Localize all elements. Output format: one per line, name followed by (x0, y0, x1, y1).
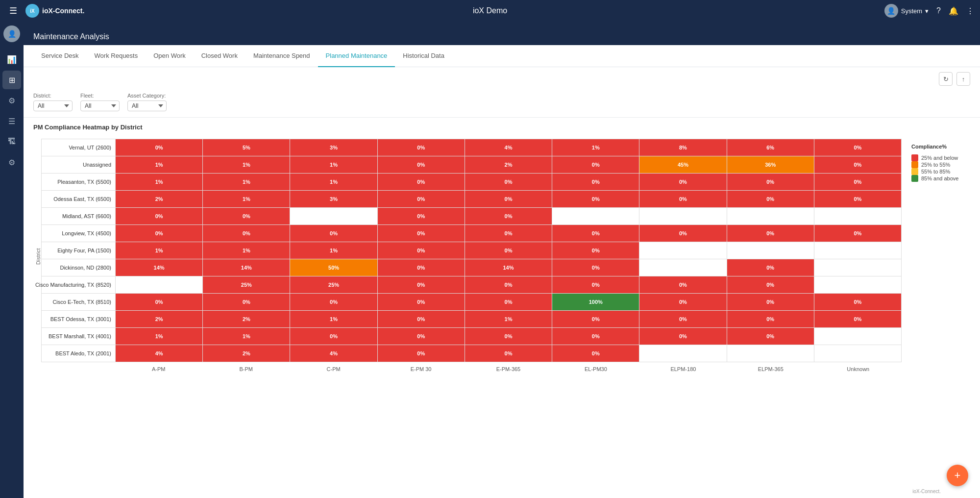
heatmap-cell[interactable]: 0% (465, 276, 552, 293)
heatmap-cell[interactable]: 4% (116, 345, 202, 362)
heatmap-cell[interactable] (727, 345, 814, 362)
heatmap-cell[interactable]: 0% (639, 328, 726, 345)
heatmap-cell[interactable]: 36% (727, 156, 814, 173)
heatmap-cell[interactable]: 0% (814, 139, 901, 156)
heatmap-cell[interactable] (814, 328, 901, 345)
heatmap-cell[interactable]: 1% (116, 328, 202, 345)
heatmap-cell[interactable] (814, 276, 901, 293)
heatmap-cell[interactable]: 14% (465, 259, 552, 276)
sidebar-item-assets[interactable]: 🏗 (2, 132, 21, 151)
heatmap-cell[interactable]: 0% (378, 139, 465, 156)
sidebar-item-grid[interactable]: ⊞ (2, 71, 21, 89)
heatmap-cell[interactable]: 5% (203, 139, 290, 156)
heatmap-cell[interactable]: 0% (639, 225, 726, 242)
asset-category-select[interactable]: All (127, 100, 167, 111)
heatmap-cell[interactable]: 0% (290, 294, 377, 310)
heatmap-cell[interactable]: 0% (814, 294, 901, 310)
export-button[interactable]: ↑ (956, 72, 970, 86)
fleet-select[interactable]: All (80, 100, 120, 111)
heatmap-cell[interactable] (814, 345, 901, 362)
heatmap-cell[interactable]: 0% (727, 294, 814, 310)
heatmap-cell[interactable]: 0% (203, 208, 290, 224)
heatmap-cell[interactable]: 0% (203, 294, 290, 310)
heatmap-cell[interactable]: 1% (465, 311, 552, 327)
heatmap-cell[interactable]: 0% (639, 276, 726, 293)
heatmap-cell[interactable]: 0% (378, 225, 465, 242)
heatmap-cell[interactable]: 0% (727, 276, 814, 293)
heatmap-cell[interactable]: 0% (290, 225, 377, 242)
heatmap-cell[interactable]: 0% (116, 225, 202, 242)
district-select[interactable]: All (33, 100, 73, 111)
heatmap-cell[interactable]: 0% (552, 328, 639, 345)
heatmap-cell[interactable]: 0% (378, 242, 465, 259)
heatmap-cell[interactable]: 0% (465, 208, 552, 224)
tab-open-work[interactable]: Open Work (146, 45, 194, 67)
heatmap-cell[interactable]: 2% (116, 191, 202, 207)
heatmap-cell[interactable]: 0% (814, 174, 901, 190)
heatmap-cell[interactable]: 1% (552, 139, 639, 156)
heatmap-cell[interactable]: 8% (639, 139, 726, 156)
heatmap-cell[interactable] (290, 208, 377, 224)
heatmap-cell[interactable]: 0% (378, 174, 465, 190)
heatmap-cell[interactable] (639, 242, 726, 259)
heatmap-cell[interactable] (552, 208, 639, 224)
tab-planned-maintenance[interactable]: Planned Maintenance (318, 45, 395, 67)
more-options-icon[interactable]: ⋮ (966, 6, 974, 16)
refresh-button[interactable]: ↻ (939, 72, 953, 86)
heatmap-cell[interactable]: 0% (116, 208, 202, 224)
heatmap-cell[interactable]: 0% (639, 311, 726, 327)
heatmap-cell[interactable]: 0% (727, 259, 814, 276)
heatmap-cell[interactable]: 0% (116, 139, 202, 156)
heatmap-cell[interactable]: 0% (727, 328, 814, 345)
heatmap-cell[interactable]: 1% (116, 242, 202, 259)
heatmap-cell[interactable] (727, 242, 814, 259)
heatmap-cell[interactable] (116, 276, 202, 293)
heatmap-cell[interactable]: 2% (116, 311, 202, 327)
tab-service-desk[interactable]: Service Desk (33, 45, 87, 67)
heatmap-cell[interactable]: 0% (465, 345, 552, 362)
heatmap-cell[interactable]: 2% (203, 311, 290, 327)
heatmap-cell[interactable]: 0% (814, 311, 901, 327)
heatmap-cell[interactable]: 6% (727, 139, 814, 156)
help-icon[interactable]: ? (936, 6, 941, 15)
heatmap-cell[interactable]: 25% (290, 276, 377, 293)
heatmap-cell[interactable]: 3% (290, 139, 377, 156)
heatmap-cell[interactable]: 50% (290, 259, 377, 276)
heatmap-cell[interactable]: 1% (203, 328, 290, 345)
tab-work-requests[interactable]: Work Requests (87, 45, 146, 67)
heatmap-cell[interactable] (727, 208, 814, 224)
heatmap-cell[interactable]: 0% (727, 311, 814, 327)
user-menu[interactable]: 👤 System ▾ (884, 4, 929, 18)
heatmap-cell[interactable]: 45% (639, 156, 726, 173)
heatmap-cell[interactable]: 0% (465, 225, 552, 242)
heatmap-cell[interactable]: 100% (552, 294, 639, 310)
sidebar-item-dashboard[interactable]: 📊 (2, 50, 21, 69)
heatmap-cell[interactable] (814, 242, 901, 259)
sidebar-item-list[interactable]: ☰ (2, 112, 21, 130)
heatmap-cell[interactable]: 14% (116, 259, 202, 276)
heatmap-cell[interactable]: 0% (727, 191, 814, 207)
heatmap-cell[interactable]: 0% (465, 242, 552, 259)
heatmap-cell[interactable]: 0% (378, 156, 465, 173)
heatmap-cell[interactable]: 0% (639, 294, 726, 310)
heatmap-cell[interactable]: 0% (639, 174, 726, 190)
heatmap-cell[interactable]: 0% (465, 174, 552, 190)
heatmap-cell[interactable]: 0% (552, 276, 639, 293)
heatmap-cell[interactable] (639, 208, 726, 224)
heatmap-cell[interactable]: 0% (814, 156, 901, 173)
heatmap-cell[interactable]: 0% (727, 174, 814, 190)
heatmap-cell[interactable]: 0% (378, 191, 465, 207)
heatmap-cell[interactable]: 1% (203, 191, 290, 207)
heatmap-cell[interactable]: 0% (116, 294, 202, 310)
heatmap-cell[interactable]: 4% (465, 139, 552, 156)
heatmap-cell[interactable]: 0% (552, 174, 639, 190)
heatmap-cell[interactable]: 0% (814, 225, 901, 242)
heatmap-cell[interactable]: 0% (552, 259, 639, 276)
heatmap-cell[interactable]: 1% (290, 174, 377, 190)
heatmap-cell[interactable]: 0% (378, 259, 465, 276)
heatmap-cell[interactable]: 1% (290, 242, 377, 259)
heatmap-cell[interactable] (639, 345, 726, 362)
heatmap-cell[interactable]: 0% (552, 345, 639, 362)
heatmap-cell[interactable]: 0% (552, 311, 639, 327)
heatmap-cell[interactable]: 0% (378, 345, 465, 362)
